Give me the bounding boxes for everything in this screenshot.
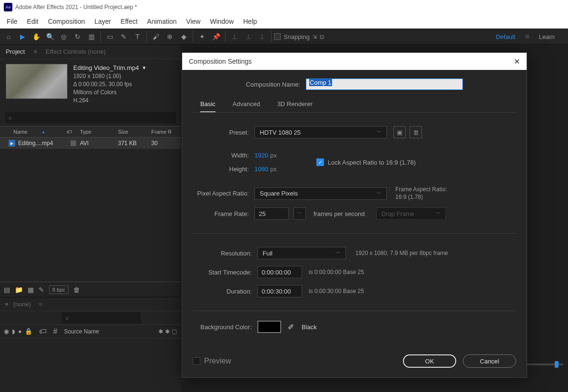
row-name: ▶Editing....mp4 (0, 140, 67, 147)
text-tool[interactable]: T (131, 30, 144, 43)
project-tab[interactable]: Project (6, 48, 25, 55)
start-timecode-input[interactable]: 0:00:00:00 (257, 266, 302, 278)
resolution-dropdown[interactable]: Full ﹀ (257, 247, 346, 259)
video-toggle-icon[interactable]: ◉ (4, 328, 9, 335)
toolbar-separator (147, 31, 147, 42)
workspace-default[interactable]: Default (492, 31, 519, 42)
bg-color-swatch[interactable] (257, 321, 281, 333)
preview-checkbox[interactable] (193, 357, 200, 365)
timeline-tab-menu-icon[interactable]: ≡ (39, 301, 42, 308)
save-preset-icon[interactable]: ▣ (393, 126, 406, 138)
asset-thumbnail[interactable] (6, 64, 68, 99)
new-folder-icon[interactable]: 📁 (15, 286, 23, 294)
rect-tool[interactable]: ▭ (103, 30, 117, 43)
cancel-button[interactable]: Cancel (463, 354, 516, 368)
label-icon[interactable]: 🏷 (39, 327, 47, 336)
switches-icon[interactable]: ▢ (172, 328, 177, 335)
new-comp-icon[interactable]: ▦ (28, 286, 34, 294)
tag-color-icon[interactable] (70, 140, 76, 146)
menu-effect[interactable]: Effect (116, 16, 143, 27)
axis-tool-2[interactable]: ⊥ (242, 30, 255, 43)
table-row[interactable]: ▶Editing....mp4 AVI 371 KB 30 (0, 137, 181, 149)
camera-tool[interactable]: ▥ (85, 30, 98, 43)
lock-aspect-toggle[interactable]: ✓ Lock Aspect Ratio to 16:9 (1.78) (316, 158, 416, 166)
switches-icon[interactable]: ✱ (165, 328, 170, 335)
row-tag (67, 140, 80, 146)
selection-tool[interactable]: ▶ (16, 30, 29, 43)
preview-toggle[interactable]: Preview (193, 357, 231, 365)
project-settings-icon[interactable]: ✎ (39, 286, 44, 294)
clone-tool[interactable]: ⊕ (163, 30, 176, 43)
menu-help[interactable]: Help (238, 16, 262, 27)
home-tool[interactable]: ⌂ (2, 30, 15, 43)
eraser-tool[interactable]: ◆ (177, 30, 190, 43)
menu-file[interactable]: File (2, 16, 22, 27)
zoom-tool[interactable]: 🔍 (43, 30, 57, 43)
orbit-tool[interactable]: ◎ (57, 30, 70, 43)
comp-name-input[interactable]: Comp 1 (306, 78, 463, 90)
menu-view[interactable]: View (181, 16, 205, 27)
column-tag[interactable]: 🏷 (67, 129, 80, 135)
menu-layer[interactable]: Layer (90, 16, 116, 27)
dialog-close-icon[interactable]: ✕ (514, 57, 520, 66)
hand-tool[interactable]: ✋ (29, 30, 43, 43)
snapping-checkbox[interactable] (274, 33, 281, 40)
interpret-icon[interactable]: ▤ (4, 286, 10, 294)
dialog-titlebar[interactable]: Composition Settings ✕ (182, 53, 527, 70)
timeline-close-icon[interactable]: × (5, 301, 9, 308)
timeline-tab[interactable]: × (none) ≡ (0, 297, 181, 311)
tab-basic[interactable]: Basic (200, 100, 215, 112)
column-name[interactable]: Name▲ (0, 129, 67, 135)
project-tab-menu-icon[interactable]: ≡ (33, 48, 37, 55)
column-source-name[interactable]: Source Name (64, 328, 99, 335)
framerate-input[interactable]: 25 (255, 207, 289, 220)
dialog-tabs: Basic Advanced 3D Renderer (193, 97, 516, 113)
audio-toggle-icon[interactable]: ◗ (12, 328, 15, 335)
width-value[interactable]: 1920 (255, 152, 268, 159)
project-search-input[interactable] (5, 112, 176, 123)
switches-icon[interactable]: ✱ (158, 328, 163, 335)
lock-aspect-checkbox[interactable]: ✓ (316, 158, 324, 166)
roto-tool[interactable]: ✦ (196, 30, 209, 43)
timeline-search-input[interactable] (62, 312, 141, 323)
par-dropdown[interactable]: Square Pixels ﹀ (255, 187, 387, 200)
menu-window[interactable]: Window (205, 16, 238, 27)
eyedropper-icon[interactable]: ✐ (288, 323, 294, 332)
duration-input[interactable]: 0:00:30:00 (257, 285, 302, 297)
column-size[interactable]: Size (118, 129, 151, 135)
drop-frame-dropdown: Drop Frame﹀ (376, 207, 446, 220)
timeline-tab-label: (none) (13, 301, 31, 308)
rotate-tool[interactable]: ↻ (71, 30, 84, 43)
trash-icon[interactable]: 🗑 (73, 286, 80, 294)
column-frame-rate[interactable]: Frame R (151, 129, 175, 135)
axis-tool[interactable]: ⊥ (228, 30, 241, 43)
sort-indicator-icon: ▲ (41, 130, 45, 134)
framerate-dropdown-icon[interactable]: ﹀ (294, 207, 306, 220)
tab-advanced[interactable]: Advanced (233, 100, 260, 112)
brush-tool[interactable]: 🖌 (149, 30, 163, 43)
asset-colors: Millions of Colors (73, 88, 147, 97)
preset-label: Preset: (193, 129, 255, 136)
menu-edit[interactable]: Edit (22, 16, 43, 27)
bpc-indicator[interactable]: 8 bpc (49, 285, 69, 294)
effect-controls-tab[interactable]: Effect Controls (none) (46, 48, 106, 55)
tab-3d-renderer[interactable]: 3D Renderer (277, 100, 313, 112)
slider-handle[interactable] (555, 361, 558, 368)
solo-toggle-icon[interactable]: ● (18, 328, 22, 335)
puppet-tool[interactable]: 📌 (209, 30, 223, 43)
lock-toggle-icon[interactable]: 🔒 (25, 328, 32, 335)
height-value[interactable]: 1080 (255, 166, 268, 173)
pen-tool[interactable]: ✎ (117, 30, 130, 43)
menu-composition[interactable]: Composition (43, 16, 90, 27)
project-panel-tabs: Project ≡ Effect Controls (none) (0, 45, 181, 59)
column-type[interactable]: Type (80, 129, 118, 135)
ok-button[interactable]: OK (403, 354, 456, 368)
workspace-menu-icon[interactable]: ≡ (525, 32, 529, 41)
snapping-toggle[interactable]: Snapping ⇲ ⊡ (274, 33, 324, 40)
axis-tool-3[interactable]: ⊥ (255, 30, 269, 43)
workspace-learn[interactable]: Learn (535, 31, 558, 42)
preset-dropdown[interactable]: HDTV 1080 25 ﹀ (255, 126, 387, 138)
asset-duration: Δ 0:00:00:25, 30.00 fps (73, 80, 147, 88)
menu-animation[interactable]: Animation (142, 16, 181, 27)
delete-preset-icon[interactable]: 🗑 (410, 126, 422, 138)
